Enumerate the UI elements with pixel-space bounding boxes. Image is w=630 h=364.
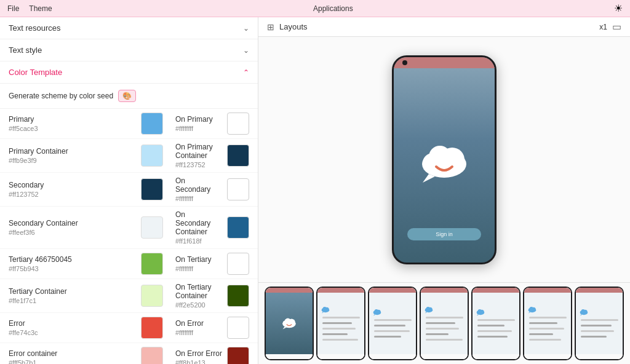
error-swatch[interactable] — [141, 317, 163, 339]
seed-icon: 🎨 — [122, 92, 132, 100]
small-cloud-6 — [578, 308, 589, 317]
on-error-swatch[interactable] — [227, 317, 249, 339]
color-row-primary-container: Primary Container #ffb9e3f9 On Primary C… — [0, 139, 258, 173]
secondary-container-swatch[interactable] — [141, 216, 163, 239]
text-resources-accordion[interactable]: Text resources ⌄ — [0, 17, 258, 39]
phone-small-4: ⤢ — [471, 287, 520, 360]
on-primary-label: On Primary #ffffffff — [175, 115, 222, 132]
preview-title-row: ⊞ Layouts — [267, 22, 308, 32]
on-primary-swatch[interactable] — [227, 113, 249, 135]
small-cloud-3 — [423, 306, 434, 314]
phone-small-6: ⤢ — [575, 287, 624, 360]
generate-label: Generate scheme by color seed — [9, 92, 113, 100]
generate-scheme-row: Generate scheme by color seed 🎨 — [0, 84, 258, 109]
on-secondary-container-swatch[interactable] — [227, 216, 249, 239]
phone-small-2: ⤢ — [368, 287, 417, 360]
phone-screen: Sign in — [394, 57, 495, 263]
on-tertiary-swatch[interactable] — [227, 253, 249, 275]
color-row-secondary: Secondary #ff123752 On Secondary #ffffff… — [0, 173, 258, 207]
expand-icon-4[interactable]: ⤢ — [472, 359, 519, 360]
cloud-smile-svg — [417, 138, 472, 188]
phone-camera — [402, 60, 407, 65]
color-template-accordion[interactable]: Color Template ⌃ — [0, 61, 258, 84]
layouts-icon: ⊞ — [267, 22, 274, 32]
color-row-error-container: Error container #fff5b7b1 On Error Error… — [0, 343, 258, 364]
tertiary-container-swatch[interactable] — [141, 285, 163, 307]
svg-point-28 — [478, 309, 482, 313]
svg-point-8 — [285, 318, 292, 325]
preview-controls: x1 ▭ — [599, 21, 621, 33]
on-secondary-swatch[interactable] — [227, 178, 249, 200]
phone-status-bar — [394, 57, 495, 68]
svg-point-13 — [323, 307, 327, 311]
small-cloud-1 — [320, 306, 331, 314]
left-panel: Text resources ⌄ Text style ⌄ Color Temp… — [0, 17, 258, 364]
file-menu[interactable]: File — [7, 4, 19, 13]
text-resources-label: Text resources — [9, 23, 61, 33]
svg-point-18 — [375, 309, 378, 313]
menu-left: File Theme — [7, 4, 52, 13]
tertiary-swatch[interactable] — [141, 253, 163, 275]
small-cloud-4 — [475, 308, 486, 317]
svg-point-3 — [429, 146, 451, 168]
color-right-primary: On Primary #ffffffff — [163, 113, 249, 135]
color-rows: Primary #ff5cace3 On Primary #ffffffff P… — [0, 109, 258, 364]
app-title: Applications — [313, 4, 353, 13]
scale-label: x1 — [599, 23, 607, 31]
color-row-primary: Primary #ff5cace3 On Primary #ffffffff — [0, 109, 258, 139]
preview-header: ⊞ Layouts x1 ▭ — [258, 17, 630, 37]
svg-point-23 — [426, 307, 430, 311]
expand-icon-6[interactable]: ⤢ — [576, 359, 623, 360]
on-tertiary-container-swatch[interactable] — [227, 285, 249, 307]
primary-swatch[interactable] — [141, 113, 163, 135]
svg-point-38 — [581, 309, 585, 313]
expand-icon-0[interactable]: ⤢ — [266, 359, 313, 360]
phone-large: Sign in — [392, 55, 496, 264]
on-error-error-swatch[interactable] — [227, 347, 249, 364]
expand-icon-2[interactable]: ⤢ — [369, 359, 416, 360]
text-style-label: Text style — [9, 46, 42, 55]
color-left-primary: Primary #ff5cace3 — [9, 115, 141, 132]
color-row-secondary-container: Secondary Container #ffeef3f6 On Seconda… — [0, 207, 258, 249]
small-cloud-0 — [281, 316, 298, 331]
small-cloud-5 — [527, 306, 538, 314]
primary-name: Primary — [9, 115, 141, 124]
phone-small-0: ⤢ — [265, 287, 314, 360]
color-template-chevron: ⌃ — [243, 68, 249, 77]
secondary-swatch[interactable] — [141, 178, 163, 200]
phone-small-1: ⤢ — [316, 287, 365, 360]
right-panel: ⊞ Layouts x1 ▭ — [258, 17, 630, 364]
phones-row: ⤢ — [258, 282, 630, 364]
color-template-label: Color Template — [9, 68, 62, 77]
light-icon[interactable]: ☀ — [614, 2, 623, 14]
on-primary-container-swatch[interactable] — [227, 144, 249, 167]
seed-button[interactable]: 🎨 — [118, 90, 136, 102]
small-cloud-2 — [372, 308, 383, 317]
main-content: Text resources ⌄ Text style ⌄ Color Temp… — [0, 17, 630, 364]
expand-icon-1[interactable]: ⤢ — [317, 359, 364, 360]
phone-small-5: ⤢ — [523, 287, 572, 360]
error-container-swatch[interactable] — [141, 347, 163, 364]
phone-small-3: ⤢ — [420, 287, 469, 360]
primary-container-swatch[interactable] — [141, 144, 163, 167]
theme-menu[interactable]: Theme — [29, 4, 52, 13]
primary-hex: #ff5cace3 — [9, 125, 141, 132]
color-row-error: Error #ffe74c3c On Error #ffffffff — [0, 313, 258, 343]
text-style-accordion[interactable]: Text style ⌄ — [0, 39, 258, 61]
svg-point-33 — [530, 307, 533, 311]
expand-icon-3[interactable]: ⤢ — [421, 359, 468, 360]
text-resources-chevron: ⌄ — [243, 24, 249, 33]
menu-bar: File Theme Applications ☀ — [0, 0, 630, 17]
text-style-chevron: ⌄ — [243, 46, 249, 55]
device-icon[interactable]: ▭ — [612, 21, 621, 33]
color-row-tertiary-container: Tertiary Container #ffe1f7c1 On Tertiary… — [0, 279, 258, 313]
signin-button[interactable]: Sign in — [407, 228, 481, 240]
expand-icon-5[interactable]: ⤢ — [524, 359, 571, 360]
color-row-tertiary: Tertiary 466750045 #ff75b943 On Tertiary… — [0, 249, 258, 279]
preview-main: Sign in — [258, 37, 630, 282]
layouts-title: Layouts — [279, 22, 308, 31]
